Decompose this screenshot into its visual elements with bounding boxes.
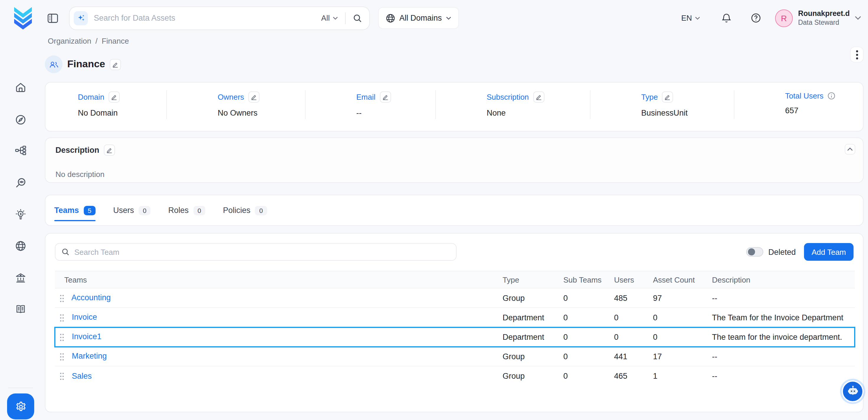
cell-type: Department xyxy=(503,327,563,347)
field-label: Subscription xyxy=(487,93,529,101)
table-row[interactable]: Invoice1 Department 0 0 0 The team for t… xyxy=(55,327,855,347)
sidebar-item-explore[interactable] xyxy=(15,114,27,126)
global-search-input[interactable] xyxy=(94,13,321,22)
drag-handle-icon[interactable] xyxy=(60,372,64,381)
col-sub-teams: Sub Teams xyxy=(563,271,614,288)
team-search-input[interactable] xyxy=(74,247,450,256)
cell-description: The Team for the Invoice Department xyxy=(712,308,855,327)
description-card: Description No description xyxy=(45,138,864,183)
edit-email-button[interactable] xyxy=(380,91,391,102)
team-link[interactable]: Invoice xyxy=(72,313,97,322)
team-link[interactable]: Accounting xyxy=(71,294,111,302)
tab-policies[interactable]: Policies 0 xyxy=(223,195,267,225)
edit-pencil-icon xyxy=(251,94,257,100)
col-description: Description xyxy=(712,271,855,288)
sidebar-item-insights[interactable] xyxy=(15,209,27,220)
field-value: No Owners xyxy=(218,109,306,117)
gear-icon xyxy=(14,400,27,413)
domains-selector-value: All Domains xyxy=(399,13,442,22)
team-people-icon xyxy=(49,59,59,69)
description-empty-text: No description xyxy=(56,170,855,179)
table-row[interactable]: Invoice Department 0 0 0 The Team for th… xyxy=(55,308,855,327)
tab-policies-count: 0 xyxy=(255,206,267,215)
team-link[interactable]: Sales xyxy=(72,371,92,380)
language-selector[interactable]: EN xyxy=(681,13,700,22)
tab-teams-count: 5 xyxy=(84,206,96,215)
summary-field-owners: Owners No Owners xyxy=(167,83,306,131)
table-row[interactable]: Accounting Group 0 485 97 -- xyxy=(55,288,855,308)
sidebar-item-data-flow[interactable] xyxy=(15,145,27,156)
cell-users: 0 xyxy=(614,308,653,327)
field-value: 657 xyxy=(785,106,863,115)
help-icon[interactable] xyxy=(751,13,761,23)
tab-roles[interactable]: Roles 0 xyxy=(168,195,205,225)
drag-handle-icon[interactable] xyxy=(60,353,64,361)
search-icon[interactable] xyxy=(353,13,362,23)
breadcrumb: Organization / Finance xyxy=(48,36,129,46)
field-value: None xyxy=(487,109,590,117)
data-flow-icon xyxy=(15,145,27,156)
sidebar-item-domains[interactable] xyxy=(15,240,27,252)
tab-users-count: 0 xyxy=(138,206,150,215)
sidebar-toggle-icon[interactable] xyxy=(47,13,58,23)
domains-globe-icon xyxy=(15,240,27,252)
domains-selector[interactable]: All Domains xyxy=(378,7,459,29)
drag-handle-icon[interactable] xyxy=(60,333,64,341)
drag-handle-icon[interactable] xyxy=(60,294,64,302)
collapse-description-button[interactable] xyxy=(845,144,855,154)
cell-sub-teams: 0 xyxy=(563,327,614,347)
team-avatar xyxy=(45,55,63,73)
user-menu-chevron-icon[interactable] xyxy=(855,16,861,20)
sidebar-item-settings[interactable] xyxy=(7,393,34,419)
total-users-info-icon[interactable] xyxy=(828,92,835,100)
edit-type-button[interactable] xyxy=(662,91,673,102)
notifications-icon[interactable] xyxy=(721,13,732,23)
chevron-down-icon xyxy=(446,16,451,20)
cell-description: -- xyxy=(712,366,855,386)
edit-team-name-button[interactable] xyxy=(110,59,121,70)
user-info[interactable]: Rounakpreet.d Data Steward xyxy=(798,9,850,27)
sidebar-item-observability[interactable] xyxy=(15,177,27,189)
add-team-button[interactable]: Add Team xyxy=(804,243,854,261)
global-search[interactable]: All xyxy=(69,6,370,30)
edit-subscription-button[interactable] xyxy=(533,91,544,102)
edit-owners-button[interactable] xyxy=(248,91,259,102)
deleted-toggle-label: Deleted xyxy=(768,247,796,256)
robot-icon xyxy=(846,385,859,398)
breadcrumb-finance[interactable]: Finance xyxy=(102,36,129,46)
teams-table-body: Accounting Group 0 485 97 -- xyxy=(55,288,855,386)
search-scope-dropdown[interactable]: All xyxy=(321,13,338,22)
field-label: Owners xyxy=(218,93,244,101)
cell-asset-count: 97 xyxy=(653,288,712,308)
tab-teams[interactable]: Teams 5 xyxy=(54,195,96,225)
ai-sparkle-icon[interactable] xyxy=(74,11,88,25)
manage-kebab-menu[interactable] xyxy=(850,47,864,63)
edit-domain-button[interactable] xyxy=(108,91,120,102)
breadcrumb-organization[interactable]: Organization xyxy=(48,36,91,46)
edit-description-button[interactable] xyxy=(104,145,115,156)
divider xyxy=(345,12,346,24)
tab-users[interactable]: Users 0 xyxy=(113,195,151,225)
search-scope-value: All xyxy=(321,13,330,22)
sidebar-item-governance[interactable] xyxy=(15,272,27,284)
team-search[interactable] xyxy=(55,243,457,261)
sidebar-item-glossary[interactable] xyxy=(15,303,27,315)
deleted-toggle[interactable] xyxy=(746,247,764,257)
edit-pencil-icon xyxy=(664,94,671,100)
cell-description: The team for the invoice department. xyxy=(712,327,855,347)
field-label: Email xyxy=(356,93,375,101)
user-avatar[interactable]: R xyxy=(775,9,793,27)
sidebar-item-home[interactable] xyxy=(15,82,27,93)
team-link[interactable]: Marketing xyxy=(72,352,107,361)
assistant-robot-button[interactable] xyxy=(842,381,864,402)
edit-pencil-icon xyxy=(382,94,389,100)
table-row[interactable]: Marketing Group 0 441 17 -- xyxy=(55,347,855,366)
drag-handle-icon[interactable] xyxy=(60,313,64,322)
table-row[interactable]: Sales Group 0 465 1 -- xyxy=(55,366,855,386)
app-logo-icon[interactable] xyxy=(13,6,33,30)
team-link[interactable]: Invoice1 xyxy=(72,332,102,341)
col-users: Users xyxy=(614,271,653,288)
topbar: All All Domains EN xyxy=(0,0,868,36)
tab-roles-count: 0 xyxy=(193,206,205,215)
table-header-row: Teams Type Sub Teams Users Asset Count D… xyxy=(55,271,855,288)
